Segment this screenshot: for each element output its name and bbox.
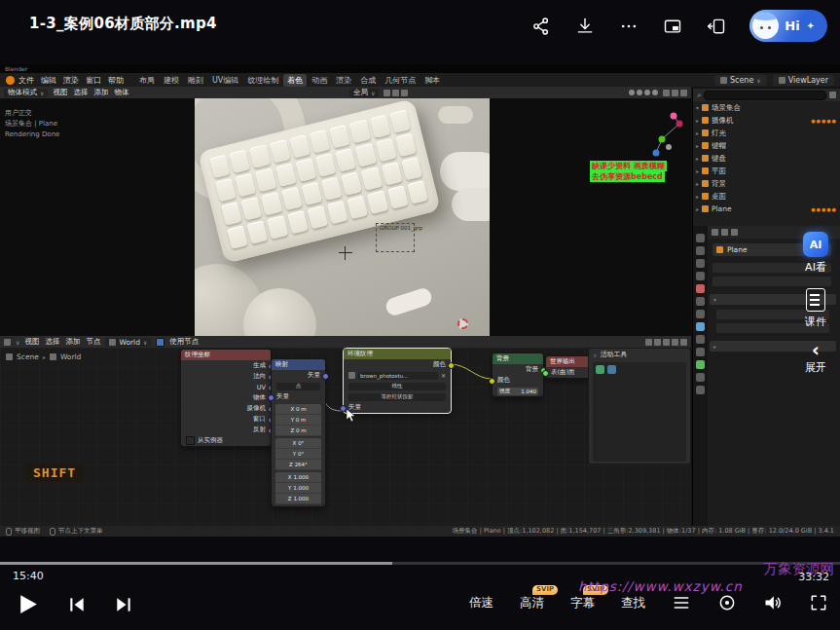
ai-watch-button[interactable]: AI AI看 xyxy=(803,232,828,275)
record-icon[interactable] xyxy=(717,593,737,612)
workspace-tab[interactable]: 动画 xyxy=(308,74,331,87)
node-editor-menu-item[interactable]: 节点 xyxy=(86,337,100,347)
workspace-tab[interactable]: 脚本 xyxy=(420,74,444,87)
scene-selector[interactable]: Scene∨ xyxy=(714,75,767,86)
progress-bar[interactable] xyxy=(0,562,840,565)
use-nodes-checkbox[interactable] xyxy=(156,338,164,347)
node-world-output[interactable]: 世界输出 表(曲)面 xyxy=(545,355,592,379)
workspace-tab[interactable]: 建模 xyxy=(160,74,183,87)
node-editor-menu-item[interactable]: 添加 xyxy=(65,337,80,347)
outliner-item[interactable]: ▸ Plane ●●●●● xyxy=(693,203,840,215)
pip-icon[interactable] xyxy=(662,16,683,37)
playlist-icon[interactable] xyxy=(672,593,691,612)
node-environment-texture[interactable]: 环境纹理 颜色 brown_photostu...✕ 线性 等距柱状投影 矢量 xyxy=(343,348,452,414)
playback-speed-button[interactable]: 倍速 xyxy=(469,595,493,611)
input-socket[interactable] xyxy=(542,370,549,377)
value-field[interactable]: Z 264° xyxy=(275,460,321,470)
tool-icon[interactable] xyxy=(596,365,604,374)
menu-item[interactable]: 渲染 xyxy=(63,75,79,86)
from-instancer-row[interactable]: 从实例器 xyxy=(181,435,271,446)
input-socket[interactable] xyxy=(340,405,347,412)
image-name-field[interactable]: brown_photostu... xyxy=(358,372,438,380)
editor-type-icon[interactable] xyxy=(4,339,11,346)
viewlayer-selector[interactable]: ViewLayer xyxy=(773,75,834,86)
previous-episode-button[interactable] xyxy=(67,595,87,614)
node-canvas[interactable]: Scene ▸ World 纹理坐标 生成 法向 UV xyxy=(0,348,691,526)
workspace-tab[interactable]: 纹理绘制 xyxy=(243,74,282,87)
viewport-menu-item[interactable]: 选择 xyxy=(73,88,88,97)
node-editor-menu-item[interactable]: 选择 xyxy=(45,337,59,347)
volume-icon[interactable] xyxy=(763,593,783,612)
node-background[interactable]: 背景 背景 颜色 强度1.040 xyxy=(492,352,544,397)
projection-dropdown[interactable]: 等距柱状投影 xyxy=(348,393,446,401)
input-socket[interactable] xyxy=(268,394,274,401)
outliner-item[interactable]: ▸ 摄像机 ●●●●● xyxy=(693,114,840,127)
menu-item[interactable]: 帮助 xyxy=(108,75,124,86)
menu-item[interactable]: 文件 xyxy=(18,75,34,86)
viewport-menu-item[interactable]: 添加 xyxy=(93,88,108,97)
close-icon[interactable]: ✕ xyxy=(441,372,446,379)
mini-window-icon[interactable] xyxy=(706,16,727,37)
value-field[interactable]: Y 0° xyxy=(275,449,321,460)
filter-icon[interactable] xyxy=(829,92,836,98)
mode-selector[interactable]: 物体模式∨ xyxy=(4,89,48,97)
outliner-item[interactable]: ▾ 场景集合 xyxy=(693,101,840,114)
value-field[interactable]: Z 0 m xyxy=(275,426,321,436)
output-socket[interactable] xyxy=(322,373,329,380)
fullscreen-icon[interactable] xyxy=(809,593,828,612)
quality-button[interactable]: 高清 xyxy=(520,595,544,610)
outliner-item[interactable]: ▸ 背景 xyxy=(693,177,840,190)
outliner-item[interactable]: ▸ 平面 xyxy=(693,165,840,177)
expand-button[interactable]: ‹ 展开 xyxy=(805,343,826,375)
search-in-video-button[interactable]: 查找 xyxy=(621,595,645,611)
node-mapping[interactable]: 映射 矢量 点 矢量 X 0 mY 0 mZ 0 m X 0°Y 0°Z 264… xyxy=(271,358,326,507)
node-texture-coordinate[interactable]: 纹理坐标 生成 法向 UV 物体 摄像机 xyxy=(180,349,272,447)
user-avatar-button[interactable]: Hi ✦ xyxy=(749,10,827,42)
workspace-tab[interactable]: 布局 xyxy=(135,74,159,87)
share-icon[interactable] xyxy=(530,16,552,37)
workspace-tab[interactable]: 雕刻 xyxy=(184,74,207,87)
workspace-tab[interactable]: 着色 xyxy=(283,74,307,87)
mapping-type-dropdown[interactable]: 点 xyxy=(276,383,320,390)
value-field[interactable]: Y 1.000 xyxy=(275,483,321,494)
orientation-selector[interactable]: 全局∨ xyxy=(349,89,379,97)
outliner-item[interactable]: ▸ 桌面 xyxy=(693,190,840,203)
courseware-button[interactable]: 课件 xyxy=(805,288,826,329)
outliner-item-label: 键帽 xyxy=(712,141,726,151)
viewport-menu-item[interactable]: 物体 xyxy=(114,88,128,97)
value-field[interactable]: Z 1.000 xyxy=(275,494,321,504)
more-options-icon[interactable] xyxy=(618,16,639,37)
outliner-item[interactable]: ▸ 灯光 xyxy=(693,127,840,139)
node-editor-menu-item[interactable]: 视图 xyxy=(24,337,39,347)
blender-logo-icon xyxy=(6,76,15,85)
world-datablock-selector[interactable]: World∨ xyxy=(105,338,151,347)
subtitles-button[interactable]: 字幕 xyxy=(570,595,595,610)
download-icon[interactable] xyxy=(574,16,596,37)
outliner-item[interactable]: ▸ 键帽 xyxy=(693,139,840,152)
tool-sidebar-panel[interactable]: ∨ 活动工具 xyxy=(588,348,691,464)
viewport-menu-item[interactable]: 视图 xyxy=(53,88,67,97)
interpolation-dropdown[interactable]: 线性 xyxy=(348,383,446,390)
value-field[interactable]: X 1.000 xyxy=(275,472,321,483)
value-field[interactable]: X 0° xyxy=(275,438,321,449)
workspace-tab[interactable]: 几何节点 xyxy=(381,74,420,87)
workspace-tab[interactable]: 合成 xyxy=(356,74,380,87)
next-episode-button[interactable] xyxy=(114,595,133,614)
menu-item[interactable]: 编辑 xyxy=(41,75,56,86)
menu-item[interactable]: 窗口 xyxy=(86,75,101,86)
value-field[interactable]: X 0 m xyxy=(275,404,321,415)
tool-icon[interactable] xyxy=(607,365,616,374)
outliner-item[interactable]: ▸ 键盘 xyxy=(693,152,840,165)
properties-tab-strip[interactable] xyxy=(693,226,708,526)
checkbox[interactable] xyxy=(186,436,195,445)
workspace-tab[interactable]: 渲染 xyxy=(332,74,355,87)
workspace-tab[interactable]: UV编辑 xyxy=(208,74,242,87)
strength-field[interactable]: 强度1.040 xyxy=(497,388,538,395)
output-socket[interactable] xyxy=(448,362,455,369)
outliner-search-input[interactable] xyxy=(704,91,826,100)
value-field[interactable]: Y 0 m xyxy=(275,415,321,426)
input-socket[interactable] xyxy=(489,378,495,385)
video-frame[interactable]: Blender 文件编辑渲染窗口帮助 布局建模雕刻UV编辑纹理绘制着色动画渲染合… xyxy=(0,64,840,537)
tool-panel-header[interactable]: ∨ 活动工具 xyxy=(589,349,690,360)
play-button[interactable] xyxy=(16,592,40,616)
